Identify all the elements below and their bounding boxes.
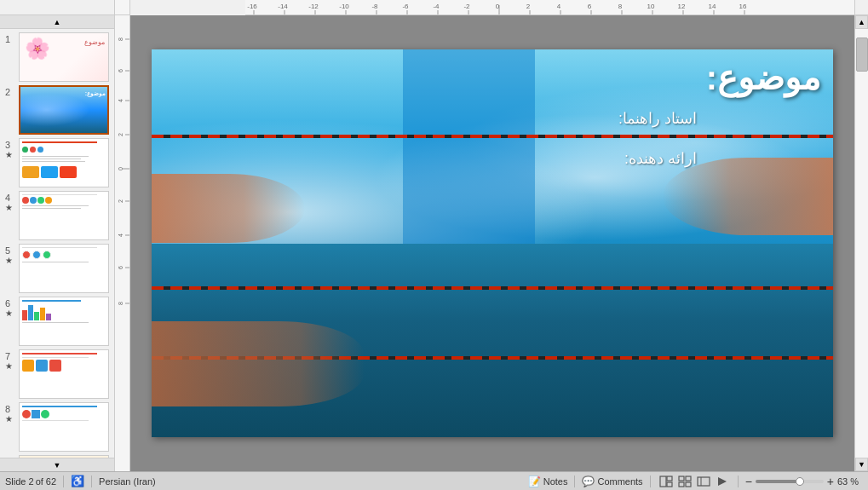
svg-rect-0 [245, 0, 854, 15]
sidebar-scroll-down[interactable]: ▼ [0, 458, 114, 471]
slide-panel: ▲ 1 🌸 موضوع 2 [0, 15, 115, 471]
statusbar-right: 📝 Notes 💬 Comments [528, 475, 863, 488]
svg-text:8: 8 [118, 37, 124, 41]
slide-thumbnail-2[interactable]: 2 موضوع: [5, 85, 109, 135]
svg-rect-56 [667, 482, 672, 487]
zoom-plus-btn[interactable]: + [827, 476, 834, 487]
svg-text:14: 14 [709, 3, 716, 10]
slide-thumbnail-4[interactable]: 4 ★ [5, 191, 109, 240]
svg-marker-63 [718, 477, 727, 486]
svg-text:2: 2 [526, 3, 531, 10]
svg-text:16: 16 [739, 3, 747, 10]
slide-thumbnail-8[interactable]: 8 ★ [5, 402, 109, 452]
presenter-label: ارائه دهنده: [618, 149, 697, 168]
language-display: Persian (Iran) [99, 476, 156, 487]
right-scrollbar: ▲ ▼ [854, 15, 868, 471]
slide-thumbnail-9[interactable]: 9 🅿️ [5, 455, 109, 458]
svg-text:-10: -10 [339, 3, 349, 10]
zoom-fill [756, 480, 798, 483]
svg-text:10: 10 [647, 3, 655, 10]
ruler-left: 8 6 4 2 0 2 4 6 8 [115, 15, 130, 471]
zoom-slider[interactable] [756, 476, 824, 487]
sidebar-scroll-up[interactable]: ▲ [0, 15, 114, 29]
svg-text:6: 6 [118, 69, 124, 72]
slide-img-9[interactable]: 🅿️ [19, 455, 109, 458]
slide-indicator: Slide 2 of 62 [5, 476, 56, 487]
notes-icon: 📝 [528, 476, 541, 487]
sep-1 [63, 476, 64, 487]
svg-text:8: 8 [118, 302, 124, 305]
slide-img-5[interactable] [19, 244, 109, 293]
comments-label: Comments [597, 476, 642, 487]
svg-text:-8: -8 [371, 3, 378, 10]
slide-of-total: of 62 [36, 476, 56, 487]
statusbar: Slide 2 of 62 ♿ Persian (Iran) 📝 Notes 💬… [0, 471, 868, 490]
reading-view-btn[interactable] [695, 475, 712, 488]
svg-rect-35 [115, 15, 130, 471]
svg-rect-55 [667, 476, 672, 481]
zoom-minus-btn[interactable]: − [745, 476, 752, 487]
lane-div-1 [152, 135, 833, 138]
slide-thumbnail-3[interactable]: 3 ★ [5, 138, 109, 187]
statusbar-left: Slide 2 of 62 ♿ Persian (Iran) [5, 475, 156, 487]
slide-img-6[interactable] [19, 297, 109, 346]
normal-view-btn[interactable] [658, 475, 675, 488]
sep-4 [650, 476, 651, 487]
svg-text:2: 2 [118, 199, 124, 203]
slide-img-3[interactable] [19, 138, 109, 187]
ruler-top-right [854, 0, 868, 15]
ruler-top: -16 -14 -12 -10 -8 -6 -4 -2 0 [245, 0, 854, 15]
svg-text:12: 12 [678, 3, 686, 10]
slide-editing-area: موضوع: استاد راهنما: ارائه دهنده: [130, 15, 854, 471]
view-buttons [658, 475, 731, 488]
slide-current: Slide 2 [5, 476, 34, 487]
zoom-percent: 63 % [837, 476, 863, 487]
blue-overlay [403, 49, 535, 258]
svg-rect-57 [679, 476, 684, 481]
swimmer-arm-left [152, 174, 305, 244]
scrollbar-track[interactable] [855, 29, 868, 458]
slide-thumbnail-7[interactable]: 7 ★ [5, 349, 109, 399]
zoom-thumb[interactable] [796, 477, 804, 486]
slide-canvas[interactable]: موضوع: استاد راهنما: ارائه دهنده: [152, 49, 833, 437]
slide-img-7[interactable] [19, 349, 109, 399]
svg-text:-6: -6 [402, 3, 409, 10]
svg-rect-58 [686, 476, 691, 481]
app-container: -16 -14 -12 -10 -8 -6 -4 -2 0 [0, 0, 868, 490]
sep-2 [91, 476, 92, 487]
lane-div-2 [152, 286, 833, 290]
scrollbar-thumb[interactable] [856, 37, 868, 72]
scroll-down-btn[interactable]: ▼ [855, 458, 868, 471]
svg-text:-4: -4 [433, 3, 440, 10]
ruler-left-svg: 8 6 4 2 0 2 4 6 8 [115, 15, 130, 471]
svg-text:2: 2 [118, 133, 124, 136]
zoom-controls: − + 63 % [745, 476, 863, 487]
slide-img-2[interactable]: موضوع: [19, 85, 109, 135]
svg-rect-59 [679, 482, 684, 487]
ruler-corner [0, 0, 115, 15]
slide-img-4[interactable] [19, 191, 109, 240]
slide-title-area: موضوع: [706, 58, 820, 97]
svg-text:6: 6 [118, 266, 124, 269]
slide-thumbnail-6[interactable]: 6 ★ [5, 297, 109, 346]
scroll-up-btn[interactable]: ▲ [855, 15, 868, 29]
sep-3 [574, 476, 575, 487]
slide-thumbnail-1[interactable]: 1 🌸 موضوع [5, 32, 109, 82]
svg-text:-16: -16 [247, 3, 257, 10]
slide-img-8[interactable] [19, 402, 109, 452]
svg-text:-2: -2 [463, 3, 470, 10]
slide-img-1[interactable]: 🌸 موضوع [19, 32, 109, 82]
slide-thumbnail-5[interactable]: 5 ★ [5, 244, 109, 293]
svg-rect-61 [698, 477, 710, 486]
notes-button[interactable]: 📝 Notes [528, 476, 568, 487]
svg-text:4: 4 [118, 99, 124, 102]
sep-5 [738, 476, 739, 487]
comments-button[interactable]: 💬 Comments [582, 476, 642, 487]
svg-rect-60 [686, 482, 691, 487]
instructor-label: استاد راهنما: [618, 109, 697, 128]
comments-icon: 💬 [582, 476, 595, 487]
slide-sorter-btn[interactable] [676, 475, 693, 488]
slide-title: موضوع: [706, 58, 820, 97]
slideshow-btn[interactable] [714, 475, 731, 488]
swimmer-arm-right [663, 158, 833, 235]
